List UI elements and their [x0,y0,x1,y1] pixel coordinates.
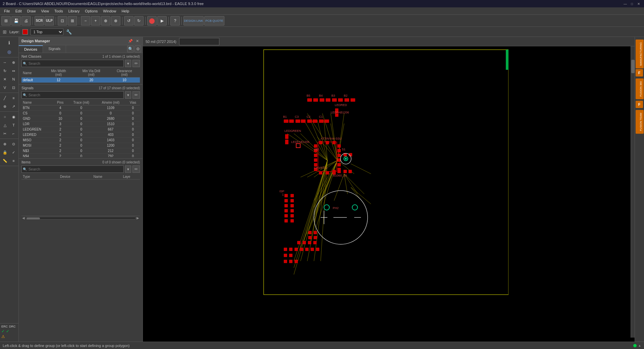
maximize-button[interactable]: □ [629,1,635,6]
ripup-tool[interactable]: ⊗ [1,102,9,110]
menu-item-draw[interactable]: Draw [24,8,39,14]
close-button[interactable]: ✕ [636,1,641,6]
menu-item-help[interactable]: Help [119,8,132,14]
signals-table-container[interactable]: Name Pins Trace (mil) Airwire (mil) Vias… [21,100,140,157]
select-tool[interactable]: ◎ [1,47,17,56]
manufacturing-panel-btn[interactable]: MANUFACTURING [636,40,644,68]
fusion-icon-1[interactable]: F [636,69,643,77]
tab-signals[interactable]: Signals [43,45,66,53]
dm-scrollbar-h[interactable]: ◀ ▶ [21,216,140,220]
smash-tool[interactable]: ⊡ [10,84,18,92]
value-tool[interactable]: V [1,84,9,92]
undo-button[interactable]: ↺ [124,16,133,26]
signals-search-dropdown[interactable]: ▼ [125,91,131,99]
text-tool[interactable]: T [10,121,18,129]
delete-tool[interactable]: ✕ [1,75,9,83]
new-button[interactable]: ⊞ [1,16,11,26]
stop-button[interactable]: ⬤ [147,16,157,26]
canvas-area[interactable]: 50 mil (3727 2014) [143,37,635,342]
hole-tool[interactable]: ⊙ [10,140,18,148]
minimize-button[interactable]: — [623,1,628,6]
print-button[interactable]: 🖨 [21,16,31,26]
menu-item-file[interactable]: File [1,8,13,14]
close-panel-button[interactable]: ✕ [135,38,140,44]
items-search-dropdown[interactable]: ▼ [125,165,131,173]
drc-tool[interactable]: ✓ [10,148,18,156]
erc-button[interactable]: ERC [1,325,8,328]
pcb-canvas[interactable]: B5 B4 B3 B2 LEDRED LEDFAB1206 B1 C3 C2 C… [143,46,508,301]
menu-item-edit[interactable]: Edit [13,8,24,14]
drc-button[interactable]: DRC [9,325,16,328]
save-button[interactable]: 💾 [11,16,21,26]
table-row[interactable]: MISO 2 0 1403 0 [21,138,140,143]
layer-select[interactable]: 1 Top 2 Route2 16 Bottom 17 Pads 20 Dime… [31,29,63,35]
zoom-fit-button[interactable]: ⊡ [58,16,67,26]
table-row[interactable]: LEDGREEN 2 0 667 0 [21,127,140,132]
table-row[interactable]: LEDRED 2 0 403 0 [21,132,140,138]
pad-tool[interactable]: ◉ [10,113,18,121]
circle-tool[interactable]: ○ [1,113,9,121]
zoom-out-button[interactable]: − [81,16,90,26]
pcb-quote-button[interactable]: PCB QUOTE [204,16,224,26]
table-row[interactable]: N$4 2 0 792 0 [21,154,140,157]
mirror-tool[interactable]: ⇔ [10,67,18,75]
split-tool[interactable]: ✂ [1,130,9,138]
attr-tool[interactable]: ≡ [10,157,18,165]
polygon-tool[interactable]: △ [1,121,9,129]
bend-tool[interactable]: ⌐ [10,130,18,138]
fusion360-panel-btn[interactable]: FUSION 360 [636,79,644,99]
menu-item-tools[interactable]: Tools [52,8,66,14]
zoom-box-button[interactable]: ⊗ [111,16,120,26]
table-row[interactable]: N$3 2 0 212 0 [21,148,140,154]
autoroute-tool[interactable]: ≡ [10,94,18,102]
menu-item-library[interactable]: Library [66,8,83,14]
net-classes-search-input[interactable] [21,60,124,67]
scroll-right-btn[interactable]: ▶ [137,216,139,220]
table-row[interactable]: MOSI 2 0 1200 0 [21,143,140,148]
fusion-team-panel-btn[interactable]: FUSION TEAM [636,110,644,134]
signals-edit-button[interactable]: ✏ [132,91,140,99]
search-tab-button[interactable]: 🔍 [127,46,134,52]
table-row[interactable]: default 12 20 10 [21,78,140,83]
zoom-center-button[interactable]: ⊕ [101,16,110,26]
optimize-tool[interactable]: ↗ [10,102,18,110]
lock-tool[interactable]: 🔒 [1,148,9,156]
fusion-icon-2[interactable]: F [636,101,643,108]
run-button[interactable]: ▶ [157,16,167,26]
menu-item-options[interactable]: Options [82,8,100,14]
help-button[interactable]: ? [170,16,180,26]
menu-item-window[interactable]: Window [100,8,119,14]
pin-button[interactable]: 📌 [128,38,133,44]
tab-devices[interactable]: Devices [19,45,43,53]
toolbar-btn-3[interactable]: ⊞ [68,16,77,26]
zoom-in-button[interactable]: + [91,16,100,26]
table-row[interactable]: LDR 3 0 1510 0 [21,121,140,127]
command-input[interactable] [179,38,219,45]
net-classes-edit-button[interactable]: ✏ [132,60,140,67]
move-tool[interactable]: ↔ [1,58,9,66]
items-edit-button[interactable]: ✏ [132,165,140,173]
name-tool[interactable]: N [10,75,18,83]
redo-button[interactable]: ↻ [134,16,144,26]
table-row[interactable]: BTN 4 0 1109 0 [21,105,140,111]
rotate-tool[interactable]: ↻ [1,67,9,75]
canvas-scrollbar-v[interactable] [631,46,635,338]
info-tool[interactable]: ℹ [1,38,17,47]
table-row[interactable]: CS 0 0 0 0 [21,111,140,116]
measure-tool[interactable]: 📏 [1,157,9,165]
via-tool[interactable]: ⊕ [1,140,9,148]
net-classes-search-dropdown[interactable]: ▼ [125,60,131,67]
items-table-container[interactable]: Type Device Name Laye [21,174,140,214]
table-row[interactable]: GND 10 0 2680 0 [21,116,140,121]
copy-tool[interactable]: ⊕ [10,58,18,66]
signals-search-input[interactable] [21,91,124,99]
design-link-button[interactable]: DESIGN LINK [183,16,204,26]
route-tool[interactable]: ╱ [1,94,9,102]
items-search-input[interactable] [21,165,124,173]
settings-tab-button[interactable]: ⚙ [135,46,141,52]
script-button[interactable]: SCR [35,16,44,26]
scroll-left-btn[interactable]: ◀ [22,216,25,220]
menu-item-view[interactable]: View [38,8,52,14]
ulp-button[interactable]: ULP [45,16,54,26]
svg-line-39 [314,160,327,261]
